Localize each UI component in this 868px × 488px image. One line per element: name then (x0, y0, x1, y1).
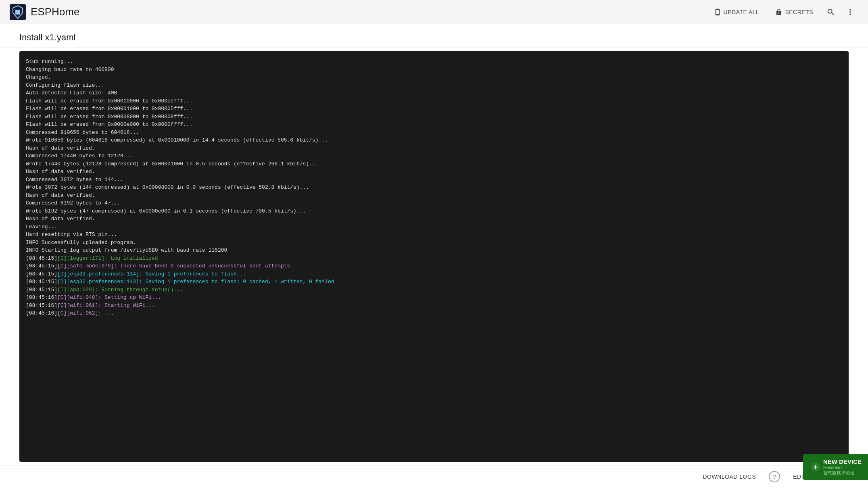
main-container: Install x1.yaml Stub running...Changing … (0, 24, 868, 488)
help-button[interactable]: ? (769, 471, 780, 482)
page-header: Install x1.yaml (0, 24, 868, 48)
log-line: Flash will be erased from 0x0000e000 to … (26, 121, 842, 129)
esphome-logo-icon (10, 4, 26, 20)
app-name: ESPHome (31, 6, 79, 18)
log-line: [08:45:16][C][wifi:061]: Starting WiFi..… (26, 302, 842, 310)
log-line: Hash of data verified. (26, 168, 842, 176)
log-line: Changed. (26, 73, 842, 81)
log-line: Wrote 3072 bytes (144 compressed) at 0x0… (26, 184, 842, 192)
log-line: Compressed 3072 bytes to 144... (26, 176, 842, 184)
navbar: ESPHome UPDATE ALL SECRETS (0, 0, 868, 24)
log-line: [08:45:15][C][safe_mode:079]: There have… (26, 262, 842, 270)
navbar-actions: UPDATE ALL SECRETS (707, 4, 858, 20)
hassbian-plus-icon: + (811, 463, 820, 471)
hassbian-sub-label: Hassbian智慧微技术论坛 (823, 465, 862, 476)
log-line: [08:45:16][C][wifi:062]: ... (26, 309, 842, 317)
log-line: [08:45:15][D][esp32.preferences:114]: Sa… (26, 270, 842, 278)
log-line: Hash of data verified. (26, 192, 842, 200)
terminal-wrapper: Stub running...Changing baud rate to 460… (0, 48, 868, 465)
log-line: Leaving... (26, 223, 842, 231)
log-line: Hard resetting via RTS pin... (26, 231, 842, 239)
hassbian-badge[interactable]: + NEW DEVICE Hassbian智慧微技术论坛 (803, 454, 868, 480)
lock-icon (775, 8, 782, 16)
svg-rect-1 (15, 10, 20, 15)
log-line: Auto-detected Flash size: 4MB (26, 89, 842, 97)
log-line: Flash will be erased from 0x00008000 to … (26, 113, 842, 121)
log-line: [08:45:15][D][esp32.preferences:143]: Sa… (26, 278, 842, 286)
log-line: [08:45:16][C][wifi:048]: Setting up WiFi… (26, 294, 842, 302)
log-line: [08:45:15][I][app:029]: Running through … (26, 286, 842, 294)
download-logs-button[interactable]: DOWNLOAD LOGS (696, 470, 762, 483)
log-line: Wrote 910656 bytes (604618 compressed) a… (26, 136, 842, 144)
secrets-button[interactable]: SECRETS (769, 5, 820, 19)
log-line: Flash will be erased from 0x00001000 to … (26, 105, 842, 113)
log-line: [08:45:15][I][logger:171]: Log initializ… (26, 254, 842, 263)
brand-link[interactable]: ESPHome (10, 4, 79, 20)
search-button[interactable] (823, 4, 839, 20)
secrets-label: SECRETS (785, 9, 813, 15)
more-vert-icon (846, 8, 855, 17)
hassbian-content: NEW DEVICE Hassbian智慧微技术论坛 (823, 458, 862, 476)
log-line: Compressed 17440 bytes to 12128... (26, 152, 842, 160)
update-icon (714, 8, 721, 16)
log-line: Compressed 910656 bytes to 604618... (26, 129, 842, 137)
log-line: Hash of data verified. (26, 144, 842, 152)
terminal-output[interactable]: Stub running...Changing baud rate to 460… (19, 51, 849, 462)
hassbian-label: NEW DEVICE (823, 458, 862, 465)
log-line: Stub running... (26, 58, 842, 66)
log-line: Changing baud rate to 460800 (26, 66, 842, 74)
update-all-label: UPDATE ALL (724, 9, 760, 15)
more-menu-button[interactable] (842, 4, 858, 20)
log-line: Flash will be erased from 0x00010000 to … (26, 97, 842, 105)
log-line: Configuring flash size... (26, 81, 842, 90)
log-line: Compressed 8192 bytes to 47... (26, 199, 842, 207)
page-title: Install x1.yaml (19, 32, 849, 43)
search-icon (826, 8, 835, 17)
log-line: Wrote 17440 bytes (12128 compressed) at … (26, 160, 842, 168)
update-all-button[interactable]: UPDATE ALL (707, 5, 766, 19)
log-line: Hash of data verified. (26, 215, 842, 223)
action-bar: DOWNLOAD LOGS ? EDIT STOP (0, 465, 868, 488)
log-line: Wrote 8192 bytes (47 compressed) at 0x00… (26, 207, 842, 215)
log-line: INFO Successfully uploaded program. (26, 239, 842, 247)
log-line: INFO Starting log output from /dev/ttyUS… (26, 246, 842, 254)
